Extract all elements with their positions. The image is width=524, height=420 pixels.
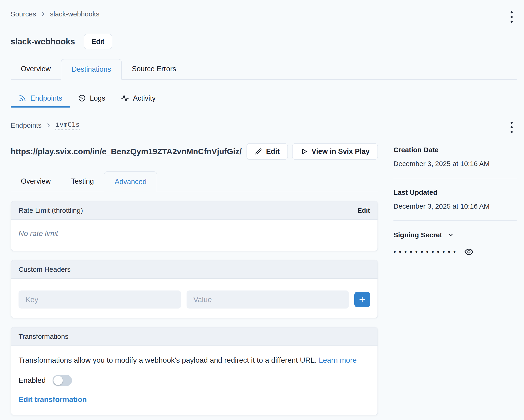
activity-icon bbox=[121, 94, 129, 102]
endpoint-breadcrumb-row: Endpoints ivmC1s bbox=[11, 120, 517, 134]
destination-subtabs: Endpoints Logs Activity bbox=[11, 94, 517, 108]
custom-headers-card: Custom Headers bbox=[11, 260, 378, 318]
custom-headers-form bbox=[11, 279, 377, 318]
top-bar: Sources slack-webhooks bbox=[11, 10, 517, 24]
play-icon bbox=[300, 148, 308, 155]
breadcrumb-endpoint-id[interactable]: ivmC1s bbox=[55, 120, 80, 130]
transformation-enabled-toggle[interactable] bbox=[52, 375, 72, 386]
rate-limit-card-header: Rate Limit (throttling) Edit bbox=[11, 201, 377, 220]
tab-destinations[interactable]: Destinations bbox=[61, 59, 122, 80]
title-row: slack-webhooks Edit bbox=[11, 34, 517, 49]
custom-headers-card-header: Custom Headers bbox=[11, 260, 377, 279]
endpoint-sidebar: Creation Date December 3, 2025 at 10:16 … bbox=[393, 143, 517, 415]
transformations-title: Transformations bbox=[18, 333, 69, 340]
rss-icon bbox=[18, 94, 26, 102]
view-in-svix-play-label: View in Svix Play bbox=[312, 147, 370, 156]
enabled-row: Enabled bbox=[18, 375, 370, 386]
subtab-logs[interactable]: Logs bbox=[70, 94, 113, 108]
tab-source-errors[interactable]: Source Errors bbox=[122, 59, 186, 79]
chevron-right-icon bbox=[40, 11, 46, 17]
breadcrumb-current: slack-webhooks bbox=[50, 10, 99, 18]
endpoint-url: https://play.svix.com/in/e_BenzQym19ZTA2… bbox=[11, 147, 242, 156]
source-menu-button[interactable] bbox=[507, 10, 517, 24]
main-column: https://play.svix.com/in/e_BenzQym19ZTA2… bbox=[11, 143, 378, 415]
tab-overview[interactable]: Overview bbox=[11, 59, 61, 79]
history-icon bbox=[78, 94, 86, 102]
source-tabs: Overview Destinations Source Errors bbox=[11, 59, 517, 80]
view-in-svix-play-button[interactable]: View in Svix Play bbox=[292, 143, 378, 160]
edit-endpoint-label: Edit bbox=[266, 147, 279, 156]
pencil-icon bbox=[255, 148, 262, 155]
sidebar-divider bbox=[393, 220, 517, 221]
edit-source-button[interactable]: Edit bbox=[84, 34, 112, 49]
header-key-input[interactable] bbox=[18, 291, 181, 309]
creation-date-label: Creation Date bbox=[393, 146, 517, 154]
subtab-endpoints[interactable]: Endpoints bbox=[11, 94, 70, 108]
sidebar-divider bbox=[393, 178, 517, 178]
subtab-activity-label: Activity bbox=[133, 94, 156, 103]
transformations-card: Transformations Transformations allow yo… bbox=[11, 327, 378, 415]
edit-transformation-link[interactable]: Edit transformation bbox=[18, 395, 87, 404]
endpoint-tabs: Overview Testing Advanced bbox=[11, 171, 378, 192]
toggle-knob bbox=[53, 376, 63, 385]
endpoint-breadcrumb: Endpoints ivmC1s bbox=[11, 120, 80, 130]
rate-limit-card: Rate Limit (throttling) Edit No rate lim… bbox=[11, 201, 378, 251]
rate-limit-empty-text: No rate limit bbox=[18, 229, 370, 238]
transformations-description-text: Transformations allow you to modify a we… bbox=[18, 356, 317, 364]
signing-secret-masked: •••••••••••• bbox=[393, 249, 459, 255]
subtab-activity[interactable]: Activity bbox=[113, 94, 163, 108]
custom-headers-title: Custom Headers bbox=[18, 266, 70, 273]
tab-endpoint-testing[interactable]: Testing bbox=[61, 171, 104, 192]
tab-endpoint-advanced[interactable]: Advanced bbox=[104, 171, 157, 192]
enabled-label: Enabled bbox=[18, 376, 46, 385]
endpoint-menu-button[interactable] bbox=[507, 120, 517, 134]
page-title: slack-webhooks bbox=[11, 37, 75, 46]
chevron-right-icon bbox=[46, 123, 51, 128]
creation-date-value: December 3, 2025 at 10:16 AM bbox=[393, 160, 517, 168]
endpoint-actions: Edit View in Svix Play bbox=[246, 143, 378, 160]
breadcrumb: Sources slack-webhooks bbox=[11, 10, 99, 18]
page: Sources slack-webhooks slack-webhooks Ed… bbox=[0, 0, 524, 420]
rate-limit-title: Rate Limit (throttling) bbox=[18, 206, 83, 214]
eye-icon bbox=[464, 247, 473, 257]
transformations-card-body: Transformations allow you to modify a we… bbox=[11, 346, 377, 415]
content-columns: https://play.svix.com/in/e_BenzQym19ZTA2… bbox=[11, 143, 517, 415]
subtab-endpoints-label: Endpoints bbox=[30, 94, 62, 103]
rate-limit-edit-button[interactable]: Edit bbox=[357, 207, 370, 214]
signing-secret-row[interactable]: Signing Secret bbox=[393, 231, 517, 239]
signing-secret-label: Signing Secret bbox=[393, 231, 442, 239]
rate-limit-card-body: No rate limit bbox=[11, 220, 377, 251]
last-updated-label: Last Updated bbox=[393, 189, 517, 196]
chevron-down-icon[interactable] bbox=[447, 231, 454, 239]
tab-endpoint-overview[interactable]: Overview bbox=[11, 171, 61, 192]
breadcrumb-endpoints-link[interactable]: Endpoints bbox=[11, 121, 41, 129]
subtab-logs-label: Logs bbox=[90, 94, 105, 103]
last-updated-value: December 3, 2025 at 10:16 AM bbox=[393, 202, 517, 210]
edit-endpoint-button[interactable]: Edit bbox=[246, 143, 288, 160]
add-header-button[interactable] bbox=[354, 292, 370, 307]
plus-icon bbox=[358, 296, 366, 303]
transformations-description: Transformations allow you to modify a we… bbox=[18, 354, 359, 366]
reveal-secret-button[interactable] bbox=[464, 247, 473, 257]
signing-secret-value: •••••••••••• bbox=[393, 247, 517, 257]
endpoint-url-row: https://play.svix.com/in/e_BenzQym19ZTA2… bbox=[11, 143, 378, 160]
header-value-input[interactable] bbox=[187, 291, 349, 309]
transformations-card-header: Transformations bbox=[11, 327, 377, 346]
breadcrumb-sources-link[interactable]: Sources bbox=[11, 10, 36, 18]
learn-more-link[interactable]: Learn more bbox=[319, 356, 357, 364]
